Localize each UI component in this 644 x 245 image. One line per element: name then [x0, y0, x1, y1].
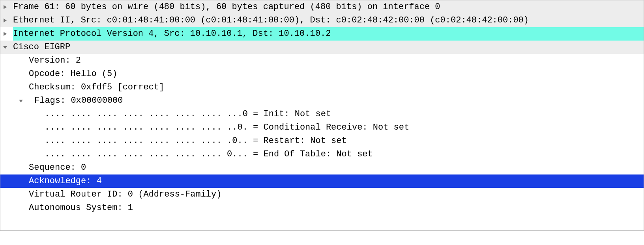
tree-row-flag-init[interactable]: .... .... .... .... .... .... .... ...0 …: [0, 108, 644, 121]
tree-row-ipv4[interactable]: Internet Protocol Version 4, Src: 10.10.…: [0, 27, 644, 41]
collapse-icon[interactable]: [13, 94, 34, 108]
tree-row-eigrp-ack[interactable]: Acknowledge: 4: [0, 174, 644, 188]
row-label: Ethernet II, Src: c0:01:48:41:00:00 (c0:…: [13, 14, 644, 27]
row-label: .... .... .... .... .... .... .... ...0 …: [13, 108, 644, 121]
tree-row-frame[interactable]: Frame 61: 60 bytes on wire (480 bits), 6…: [0, 0, 644, 14]
row-label: Checksum: 0xfdf5 [correct]: [13, 81, 644, 94]
tree-row-flag-restart[interactable]: .... .... .... .... .... .... .... .0.. …: [0, 134, 644, 148]
row-label: Acknowledge: 4: [13, 174, 644, 188]
row-label: Flags: 0x00000000: [34, 94, 644, 108]
row-label: Internet Protocol Version 4, Src: 10.10.…: [13, 27, 644, 41]
tree-row-eigrp-checksum[interactable]: Checksum: 0xfdf5 [correct]: [0, 81, 644, 94]
tree-row-flag-cond-recv[interactable]: .... .... .... .... .... .... .... ..0. …: [0, 121, 644, 134]
row-label: Frame 61: 60 bytes on wire (480 bits), 6…: [13, 0, 644, 14]
expand-icon[interactable]: [3, 0, 13, 14]
expand-icon[interactable]: [3, 14, 13, 27]
row-label: .... .... .... .... .... .... .... ..0. …: [13, 121, 644, 134]
tree-row-eigrp-version[interactable]: Version: 2: [0, 54, 644, 67]
row-label: .... .... .... .... .... .... .... 0... …: [13, 148, 644, 161]
tree-row-ethernet[interactable]: Ethernet II, Src: c0:01:48:41:00:00 (c0:…: [0, 14, 644, 27]
collapse-icon[interactable]: [3, 41, 13, 54]
tree-row-eigrp[interactable]: Cisco EIGRP: [0, 41, 644, 54]
row-label: .... .... .... .... .... .... .... .0.. …: [13, 134, 644, 148]
tree-row-eigrp-as[interactable]: Autonomous System: 1: [0, 201, 644, 215]
row-label: Virtual Router ID: 0 (Address-Family): [13, 188, 644, 201]
tree-row-eigrp-vrid[interactable]: Virtual Router ID: 0 (Address-Family): [0, 188, 644, 201]
tree-row-eigrp-flags[interactable]: Flags: 0x00000000: [0, 94, 644, 108]
row-label: Opcode: Hello (5): [13, 67, 644, 81]
tree-row-eigrp-opcode[interactable]: Opcode: Hello (5): [0, 67, 644, 81]
tree-row-flag-eot[interactable]: .... .... .... .... .... .... .... 0... …: [0, 148, 644, 161]
expand-icon[interactable]: [3, 27, 13, 41]
row-label: Sequence: 0: [13, 161, 644, 174]
row-label: Version: 2: [13, 54, 644, 67]
row-label: Autonomous System: 1: [13, 201, 644, 215]
tree-row-eigrp-sequence[interactable]: Sequence: 0: [0, 161, 644, 174]
row-label: Cisco EIGRP: [13, 41, 644, 54]
